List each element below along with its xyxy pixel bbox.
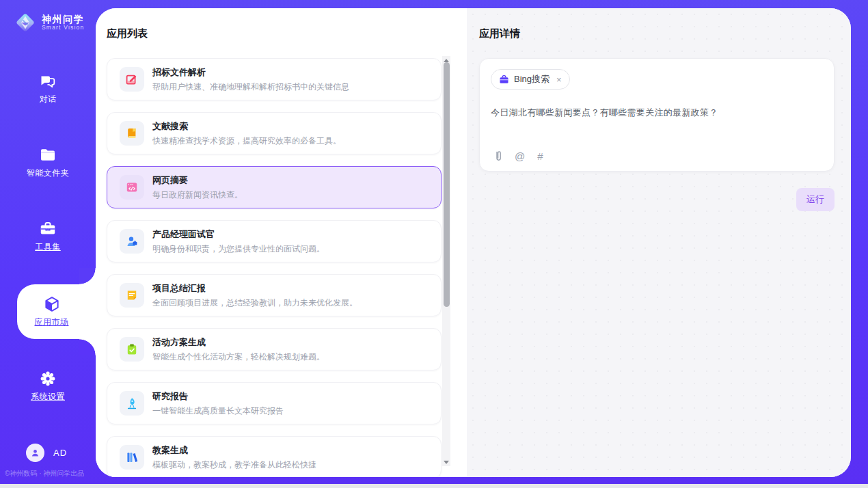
diamond-logo-icon	[14, 11, 37, 34]
app-card[interactable]: 项目总结汇报全面回顾项目进展，总结经验教训，助力未来优化发展。	[107, 274, 442, 316]
toolbox-icon	[39, 220, 57, 238]
books-icon	[120, 445, 144, 470]
sidebar-item-label: 对话	[40, 94, 57, 105]
app-card[interactable]: 网页摘要每日政府新闻资讯快查。	[107, 166, 442, 208]
prompt-card: Bing搜索 × 今日湖北有哪些新闻要点？有哪些需要关注的最新政策？ @#	[479, 58, 835, 172]
browser-code-icon	[120, 175, 144, 200]
sidebar-item-label: 工具集	[35, 241, 61, 253]
query-input[interactable]: 今日湖北有哪些新闻要点？有哪些需要关注的最新政策？	[491, 107, 823, 119]
composer-toolbar: @#	[491, 150, 543, 162]
app-card-description: 帮助用户快速、准确地理解和解析招标书中的关键信息	[152, 81, 349, 93]
at-icon[interactable]: @	[515, 151, 525, 161]
app-card-title: 网页摘要	[152, 174, 243, 187]
interviewer-icon	[120, 229, 144, 254]
brand-subtitle: Smart Vision	[42, 25, 84, 31]
edit-document-icon	[120, 67, 144, 92]
app-card-description: 每日政府新闻资讯快查。	[152, 189, 243, 201]
sidebar-item-chat[interactable]: 对话	[0, 72, 96, 105]
sidebar-item-smart-folder[interactable]: 智能文件夹	[0, 146, 96, 179]
app-list-panel: 应用列表 招标文件解析帮助用户快速、准确地理解和解析招标书中的关键信息文献搜索快…	[96, 8, 467, 477]
scrollbar-down-arrow-icon[interactable]	[442, 458, 450, 466]
book-icon	[120, 121, 144, 146]
app-card-description: 一键智能生成高质量长文本研究报告	[152, 405, 284, 417]
app-card[interactable]: 文献搜索快速精准查找学术资源，提高研究效率的必备工具。	[107, 112, 442, 154]
tag-close-icon[interactable]: ×	[556, 74, 562, 85]
run-button[interactable]: 运行	[796, 188, 835, 211]
folder-icon	[39, 146, 57, 164]
content-area: 应用列表 招标文件解析帮助用户快速、准确地理解和解析招标书中的关键信息文献搜索快…	[96, 8, 851, 477]
app-card-title: 教案生成	[152, 444, 316, 457]
cube-icon	[43, 295, 61, 313]
app-card-list: 招标文件解析帮助用户快速、准确地理解和解析招标书中的关键信息文献搜索快速精准查找…	[107, 58, 442, 477]
app-card-description: 智能生成个性化活动方案，轻松解决规划难题。	[152, 351, 325, 363]
sidebar-item-label: 应用市场	[35, 316, 69, 328]
brand-logo: 神州问学 Smart Vision	[0, 0, 96, 34]
app-card-title: 文献搜索	[152, 120, 341, 133]
person-icon	[29, 447, 41, 459]
gear-icon	[39, 370, 57, 388]
briefcase-icon	[499, 74, 509, 85]
app-card-title: 活动方案生成	[152, 336, 325, 349]
app-card-description: 全面回顾项目进展，总结经验教训，助力未来优化发展。	[152, 297, 357, 309]
paperclip-icon[interactable]	[491, 150, 502, 162]
sidebar-item-label: 系统设置	[31, 391, 65, 403]
avatar	[26, 444, 44, 462]
sidebar: 神州问学 Smart Vision 对话智能文件夹工具集应用市场系统设置 AD …	[0, 0, 96, 484]
app-card[interactable]: 招标文件解析帮助用户快速、准确地理解和解析招标书中的关键信息	[107, 58, 442, 100]
research-icon	[120, 391, 144, 416]
app-card-title: 研究报告	[152, 390, 284, 403]
app-list-title: 应用列表	[107, 27, 467, 40]
chat-icon	[39, 72, 57, 90]
hash-icon[interactable]: #	[537, 151, 543, 161]
app-card-description: 明确身份和职责，为您提供专业性的面试问题。	[152, 243, 325, 255]
clipboard-check-icon	[120, 337, 144, 362]
app-card-title: 招标文件解析	[152, 66, 349, 79]
app-card-title: 项目总结汇报	[152, 282, 357, 295]
scrollbar[interactable]	[442, 56, 450, 466]
app-card-title: 产品经理面试官	[152, 228, 325, 241]
app-card[interactable]: 活动方案生成智能生成个性化活动方案，轻松解决规划难题。	[107, 328, 442, 370]
app-detail-panel: 应用详情 Bing搜索 × 今日湖北有哪些新闻要点？有哪些需要关注的最新政策？ …	[467, 8, 851, 477]
user-account[interactable]: AD	[26, 444, 67, 462]
copyright-text: ©神州数码 · 神州问学出品	[5, 469, 84, 478]
sidebar-item-system-settings[interactable]: 系统设置	[0, 370, 96, 403]
sidebar-nav: 对话智能文件夹工具集应用市场系统设置	[0, 72, 96, 403]
scrollbar-thumb[interactable]	[444, 62, 450, 307]
app-detail-title: 应用详情	[479, 27, 835, 40]
run-row: 运行	[479, 188, 835, 211]
app-card-description: 模板驱动，教案秒成，教学准备从此轻松快捷	[152, 459, 316, 471]
sticky-note-icon	[120, 283, 144, 308]
tool-tag-label: Bing搜索	[514, 73, 550, 85]
sidebar-item-app-market[interactable]: 应用市场	[17, 284, 96, 339]
user-name: AD	[53, 448, 67, 458]
app-card-description: 快速精准查找学术资源，提高研究效率的必备工具。	[152, 135, 341, 147]
tool-tag-bing-search[interactable]: Bing搜索 ×	[491, 69, 570, 90]
sidebar-item-toolset[interactable]: 工具集	[0, 220, 96, 253]
app-card[interactable]: 研究报告一键智能生成高质量长文本研究报告	[107, 382, 442, 424]
app-card[interactable]: 教案生成模板驱动，教案秒成，教学准备从此轻松快捷	[107, 436, 442, 477]
app-card[interactable]: 产品经理面试官明确身份和职责，为您提供专业性的面试问题。	[107, 220, 442, 262]
brand-title: 神州问学	[42, 14, 84, 25]
sidebar-item-label: 智能文件夹	[27, 167, 70, 179]
